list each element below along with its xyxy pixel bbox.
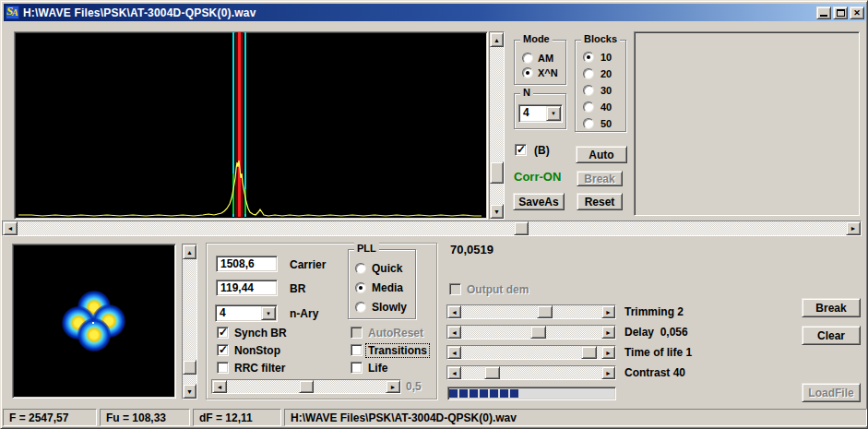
- arrow-left-icon: ◄: [451, 329, 458, 336]
- radio-xn-label[interactable]: X^N: [538, 67, 558, 78]
- radio-blocks-50[interactable]: [583, 118, 594, 129]
- delay-slider[interactable]: ◄ ►: [446, 325, 616, 340]
- nary-combobox[interactable]: 4 ▼: [215, 304, 278, 322]
- br-input[interactable]: 119,44: [216, 280, 278, 296]
- transitions-label[interactable]: Transitions: [365, 343, 430, 358]
- break-top-button: Break: [577, 171, 623, 186]
- demod-slider[interactable]: ◄ ►: [211, 379, 401, 394]
- radio-blocks-20-label[interactable]: 20: [600, 68, 612, 79]
- radio-blocks-10[interactable]: [583, 52, 594, 63]
- chevron-down-icon: ▼: [551, 111, 556, 116]
- scroll-left-button[interactable]: ◄: [3, 221, 18, 235]
- radio-pll-quick-label[interactable]: Quick: [372, 262, 402, 275]
- auto-button-label: Auto: [589, 149, 613, 161]
- n-combobox-dropdown-button[interactable]: ▼: [546, 106, 561, 121]
- scroll-thumb[interactable]: [490, 161, 504, 184]
- scroll-right-button[interactable]: ►: [601, 305, 615, 318]
- check-icon: ✓: [219, 343, 228, 356]
- scroll-thumb[interactable]: [530, 326, 546, 339]
- main-horizontal-scrollbar[interactable]: ◄ ►: [2, 220, 862, 236]
- nonstop-label[interactable]: NonStop: [234, 344, 280, 357]
- radio-pll-media-label[interactable]: Media: [372, 281, 403, 294]
- title-bar[interactable]: S A H:\WAVE Files\PSK\AT-3004D-QPSK(0).w…: [4, 4, 866, 21]
- scroll-right-button[interactable]: ►: [601, 326, 615, 339]
- maximize-icon: [837, 9, 845, 17]
- trimming-slider[interactable]: ◄ ►: [446, 304, 616, 319]
- spectrum-vertical-scrollbar[interactable]: ▲ ▼: [489, 31, 505, 220]
- scroll-down-button[interactable]: ▼: [183, 384, 196, 399]
- minimize-button[interactable]: [816, 6, 831, 19]
- app-icon[interactable]: S A: [6, 6, 19, 19]
- scroll-left-button[interactable]: ◄: [447, 326, 461, 339]
- break-button[interactable]: Break: [802, 298, 861, 317]
- scroll-down-button[interactable]: ▼: [490, 204, 504, 219]
- life-label[interactable]: Life: [368, 362, 387, 375]
- nary-combobox-dropdown-button[interactable]: ▼: [261, 306, 276, 320]
- rrc-filter-label[interactable]: RRC filter: [234, 362, 285, 375]
- life-checkbox[interactable]: ✓: [351, 362, 363, 374]
- app-window: S A H:\WAVE Files\PSK\AT-3004D-QPSK(0).w…: [0, 0, 868, 429]
- demod-slider-value: 0,5: [406, 380, 422, 393]
- synch-br-checkbox[interactable]: ✓: [217, 327, 229, 339]
- clear-button[interactable]: Clear: [802, 326, 861, 345]
- scroll-thumb[interactable]: [581, 346, 597, 359]
- radio-blocks-30-label[interactable]: 30: [600, 85, 612, 96]
- scroll-right-button[interactable]: ►: [601, 366, 615, 379]
- carrier-input[interactable]: 1508,6: [216, 256, 278, 272]
- scroll-thumb[interactable]: [484, 366, 500, 379]
- nonstop-checkbox[interactable]: ✓: [217, 344, 229, 356]
- radio-am-label[interactable]: AM: [538, 53, 553, 64]
- radio-pll-media[interactable]: [355, 282, 366, 293]
- scroll-right-button[interactable]: ►: [846, 221, 861, 235]
- progress-block: [449, 389, 458, 398]
- scroll-thumb[interactable]: [183, 360, 196, 375]
- scroll-left-button[interactable]: ◄: [212, 380, 227, 393]
- saveas-button[interactable]: SaveAs: [513, 193, 565, 210]
- scroll-left-button[interactable]: ◄: [447, 305, 461, 318]
- radio-blocks-30[interactable]: [583, 85, 594, 96]
- b-checkbox[interactable]: ✓: [515, 144, 527, 156]
- arrow-left-icon: ◄: [217, 384, 223, 390]
- b-checkbox-label[interactable]: (B): [534, 144, 550, 157]
- transitions-checkbox[interactable]: ✓: [351, 344, 363, 356]
- close-button[interactable]: ✕: [850, 6, 864, 19]
- radio-blocks-40-label[interactable]: 40: [600, 101, 612, 113]
- n-combobox[interactable]: 4 ▼: [518, 104, 563, 123]
- scroll-thumb[interactable]: [514, 221, 529, 235]
- scroll-right-button[interactable]: ►: [386, 380, 400, 393]
- scroll-left-button[interactable]: ◄: [447, 366, 461, 379]
- arrow-right-icon: ►: [605, 370, 612, 376]
- radio-blocks-10-label[interactable]: 10: [600, 52, 612, 63]
- check-icon: ✓: [219, 326, 228, 339]
- radio-blocks-40[interactable]: [583, 101, 594, 113]
- auto-button[interactable]: Auto: [576, 146, 627, 163]
- scroll-right-button[interactable]: ►: [601, 346, 615, 359]
- reset-button[interactable]: Reset: [577, 193, 623, 210]
- radio-am[interactable]: [522, 53, 533, 64]
- scroll-left-button[interactable]: ◄: [447, 346, 461, 359]
- scroll-thumb[interactable]: [537, 305, 553, 318]
- radio-pll-slowly[interactable]: [355, 302, 366, 313]
- constellation-vertical-scrollbar[interactable]: ▲ ▼: [182, 244, 197, 399]
- arrow-right-icon: ►: [390, 384, 397, 390]
- contrast-slider[interactable]: ◄ ►: [446, 365, 616, 380]
- close-icon: ✕: [853, 8, 861, 18]
- trimming-label: Trimming 2: [624, 305, 684, 318]
- radio-blocks-50-label[interactable]: 50: [600, 118, 612, 129]
- synch-br-label[interactable]: Synch BR: [234, 327, 287, 340]
- radio-pll-slowly-label[interactable]: Slowly: [372, 301, 407, 314]
- maximize-button[interactable]: [833, 6, 848, 19]
- scroll-thumb[interactable]: [299, 380, 314, 393]
- corr-status-text: Corr-ON: [514, 170, 561, 184]
- rrc-filter-checkbox[interactable]: ✓: [217, 362, 229, 374]
- scroll-up-button[interactable]: ▲: [490, 32, 504, 47]
- nary-combobox-value: 4: [220, 306, 226, 319]
- progress-block: [470, 389, 478, 398]
- time-of-life-slider[interactable]: ◄ ►: [446, 345, 616, 360]
- radio-xn[interactable]: [522, 67, 533, 78]
- radio-blocks-20[interactable]: [583, 68, 594, 79]
- radio-pll-quick[interactable]: [355, 263, 366, 274]
- spectrum-display[interactable]: [14, 31, 488, 220]
- mode-group: Mode AM X^N: [514, 40, 566, 85]
- scroll-up-button[interactable]: ▲: [183, 244, 196, 259]
